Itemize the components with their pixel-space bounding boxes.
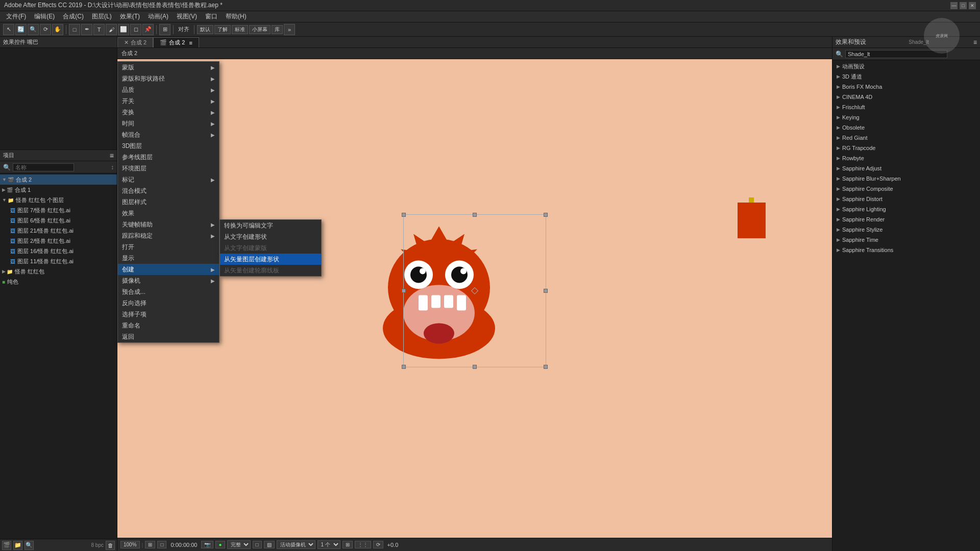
- effects-sapphire-distort[interactable]: ▶ Sapphire Distort: [832, 194, 980, 204]
- ctx-3dlayer[interactable]: 3D图层: [118, 140, 219, 152]
- tool-orbit[interactable]: ⟳: [40, 24, 51, 35]
- viewer-region-btn[interactable]: □: [157, 541, 166, 548]
- sort-icon[interactable]: ↕: [111, 164, 114, 171]
- viewer-toggle-trans[interactable]: ▧: [264, 541, 275, 548]
- ctx-env[interactable]: 环境图层: [118, 163, 219, 174]
- effects-sapphire-transitions[interactable]: ▶ Sapphire Transitions: [832, 245, 980, 255]
- menu-view[interactable]: 视图(V): [173, 11, 201, 22]
- tree-item-layer6[interactable]: 🖼 图层 6/怪兽 红红包.ai: [0, 215, 117, 226]
- menu-effects[interactable]: 效果(T): [116, 11, 144, 22]
- tree-item-solid[interactable]: ■ 纯色: [0, 277, 117, 287]
- minimize-button[interactable]: —: [950, 2, 958, 9]
- ctx-pre-compose[interactable]: 预合成...: [118, 286, 219, 297]
- ctx-layer-style[interactable]: 图层样式: [118, 196, 219, 208]
- effects-keying[interactable]: ▶ Keying: [832, 112, 980, 122]
- effects-panel-menu[interactable]: ≡: [973, 39, 977, 46]
- viewer-snap[interactable]: ⋮⋮: [355, 541, 371, 548]
- ctx-blend[interactable]: 帧混合▶: [118, 129, 219, 140]
- viewer-camera-select[interactable]: 活动摄像机: [277, 540, 315, 549]
- effects-obsolete[interactable]: ▶ Obsolete: [832, 122, 980, 133]
- menu-animation[interactable]: 动画(A): [144, 11, 173, 22]
- tree-item-layer21[interactable]: 🖼 图层 21/怪兽 红红包.ai: [0, 226, 117, 236]
- tree-item-monster-folder[interactable]: ▼ 📁 怪兽 红红包 个图层: [0, 195, 117, 205]
- tool-align[interactable]: ⊞: [159, 24, 170, 35]
- new-comp-button[interactable]: 🎬: [2, 541, 11, 550]
- effects-boris-fx[interactable]: ▶ Boris FX Mocha: [832, 82, 980, 92]
- ctx-create[interactable]: 创建▶: [118, 264, 219, 275]
- ctx-invert[interactable]: 反向选择: [118, 297, 219, 309]
- project-search-input[interactable]: [13, 163, 74, 171]
- effects-sapphire-blur[interactable]: ▶ Sapphire Blur+Sharpen: [832, 173, 980, 184]
- ctx-keyframe[interactable]: 关键帧辅助▶: [118, 219, 219, 230]
- ctx-select-opt[interactable]: 选择子项: [118, 309, 219, 320]
- effects-animation-presets[interactable]: ▶ 动画预设: [832, 61, 980, 71]
- effects-rowbyte[interactable]: ▶ Rowbyte: [832, 153, 980, 163]
- ctx-guide[interactable]: 参考线图层: [118, 152, 219, 163]
- effects-sapphire-stylize[interactable]: ▶ Sapphire Stylize: [832, 224, 980, 235]
- viewer-toggle-alpha[interactable]: □: [253, 541, 262, 548]
- menu-window[interactable]: 窗口: [201, 11, 222, 22]
- ctx-effect[interactable]: 效果: [118, 208, 219, 219]
- delete-button[interactable]: 🗑: [106, 541, 115, 550]
- search-project-button[interactable]: 🔍: [24, 541, 34, 550]
- tool-rect[interactable]: □: [69, 24, 80, 35]
- tool-pan[interactable]: ✋: [52, 24, 63, 35]
- effects-sapphire-lighting[interactable]: ▶ Sapphire Lighting: [832, 204, 980, 214]
- tool-text[interactable]: T: [93, 24, 105, 35]
- tool-stamp[interactable]: ⬜: [118, 24, 129, 35]
- tree-item-layer16[interactable]: 🖼 图层 16/怪兽 红红包.ai: [0, 246, 117, 256]
- close-button[interactable]: ✕: [969, 2, 976, 9]
- tree-item-comp2[interactable]: ▼ 🎬 合成 2: [0, 174, 117, 185]
- ctx-mask[interactable]: 蒙版▶: [118, 62, 219, 73]
- effects-frischluft[interactable]: ▶ Frischluft: [832, 102, 980, 112]
- tree-item-layer11[interactable]: 🖼 图层 11/怪兽 红红包.ai: [0, 256, 117, 266]
- effects-rg-trapcode[interactable]: ▶ RG Trapcode: [832, 143, 980, 153]
- ctx-time[interactable]: 时间▶: [118, 118, 219, 129]
- ctx-camera[interactable]: 摄像机▶: [118, 275, 219, 286]
- preset-learn[interactable]: 了解: [214, 25, 231, 34]
- tool-select[interactable]: ↖: [3, 24, 14, 35]
- viewer-zoom[interactable]: 100%: [120, 541, 140, 548]
- effects-cinema4d[interactable]: ▶ CINEMA 4D: [832, 92, 980, 102]
- tree-item-comp1[interactable]: ▶ 🎬 合成 1: [0, 185, 117, 195]
- ctx-from-vector-shape[interactable]: 从矢量图层创建形状: [220, 254, 321, 265]
- viewer-quality-select[interactable]: 完整 1/2 1/4: [227, 540, 251, 549]
- effects-red-giant[interactable]: ▶ Red Giant: [832, 133, 980, 143]
- tool-brush[interactable]: 🖌: [106, 24, 117, 35]
- tool-eraser[interactable]: ◻: [130, 24, 141, 35]
- tree-item-monster-red[interactable]: ▶ 📁 怪兽 红红包: [0, 266, 117, 277]
- tool-rotate[interactable]: 🔄: [15, 24, 27, 35]
- ctx-transform[interactable]: 变换▶: [118, 107, 219, 118]
- tool-more[interactable]: »: [284, 24, 295, 35]
- ctx-mask-path[interactable]: 蒙版和形状路径▶: [118, 73, 219, 84]
- ctx-rename[interactable]: 重命名: [118, 320, 219, 331]
- viewer-fit-btn[interactable]: ⊞: [145, 541, 155, 548]
- viewer-count-select[interactable]: 1 个: [317, 540, 340, 549]
- composition-viewer[interactable]: [117, 59, 832, 538]
- tool-pen[interactable]: ✒: [81, 24, 92, 35]
- ctx-mark[interactable]: 标记▶: [118, 174, 219, 185]
- menu-file[interactable]: 文件(F): [2, 11, 30, 22]
- effects-sapphire-composite[interactable]: ▶ Sapphire Composite: [832, 184, 980, 194]
- effects-sapphire-adjust[interactable]: ▶ Sapphire Adjust: [832, 163, 980, 173]
- ctx-toggle[interactable]: 开关▶: [118, 95, 219, 107]
- ctx-show[interactable]: 显示: [118, 253, 219, 264]
- menu-edit[interactable]: 编辑(E): [30, 11, 59, 22]
- ctx-open[interactable]: 打开: [118, 241, 219, 253]
- ctx-to-text[interactable]: 转换为可编辑文字: [220, 220, 321, 231]
- viewer-reset[interactable]: ⟳: [373, 541, 383, 548]
- project-menu-icon[interactable]: ≡: [110, 152, 114, 160]
- preset-small[interactable]: 小屏幕: [249, 25, 271, 34]
- effects-3d-channel[interactable]: ▶ 3D 通道: [832, 71, 980, 82]
- tree-item-layer2[interactable]: 🖼 图层 2/怪兽 红红包.ai: [0, 236, 117, 246]
- menu-layer[interactable]: 图层(L): [88, 11, 116, 22]
- ctx-from-text-shape[interactable]: 从文字创建形状: [220, 231, 321, 242]
- menu-help[interactable]: 帮助(H): [222, 11, 251, 22]
- tool-search[interactable]: 🔍: [28, 24, 39, 35]
- tool-puppet[interactable]: 📌: [142, 24, 154, 35]
- effects-sapphire-time[interactable]: ▶ Sapphire Time: [832, 235, 980, 245]
- viewer-color-btn[interactable]: ●: [215, 541, 225, 548]
- preset-library[interactable]: 库: [272, 25, 283, 34]
- comp-tab-1[interactable]: ✕ 合成 2: [117, 37, 153, 47]
- ctx-quality[interactable]: 品质▶: [118, 84, 219, 95]
